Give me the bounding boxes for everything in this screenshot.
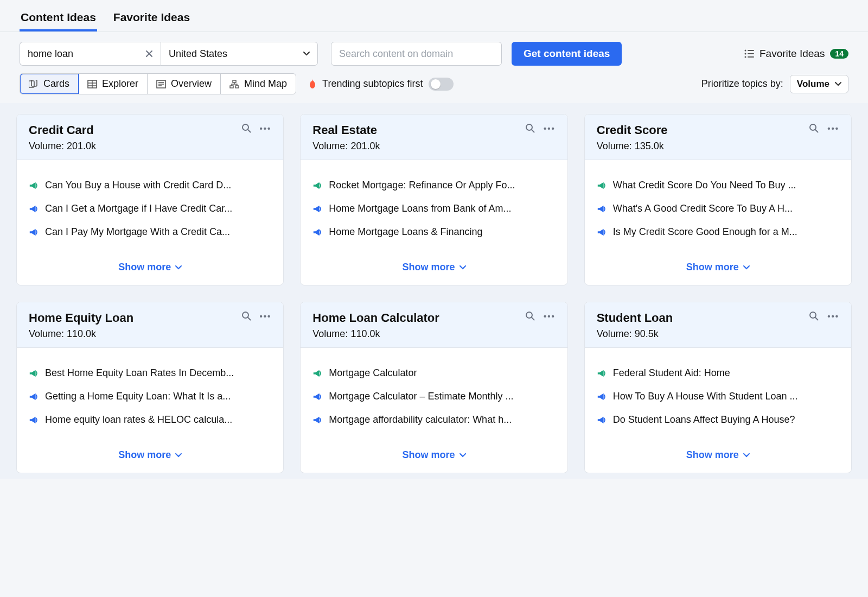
show-more-button[interactable]: Show more [301,442,567,473]
tab-favorite-ideas[interactable]: Favorite Ideas [112,5,191,31]
more-icon[interactable]: ••• [544,312,556,321]
headline-row[interactable]: Home equity loan rates & HELOC calcula..… [29,414,271,425]
country-select[interactable]: United States [161,42,318,66]
view-cards-label: Cards [43,78,69,90]
list-icon [744,49,754,58]
show-more-button[interactable]: Show more [301,254,567,285]
domain-search-input[interactable]: Search content on domain [331,42,502,66]
headline-row[interactable]: What's A Good Credit Score To Buy A H... [597,203,839,214]
topic-card-header: Home Equity LoanVolume: 110.0k••• [17,302,283,348]
headline-row[interactable]: How To Buy A House With Student Loan ... [597,391,839,402]
topic-volume: Volume: 110.0k [29,328,133,340]
domain-placeholder: Search content on domain [339,48,453,60]
headline-row[interactable]: Rocket Mortgage: Refinance Or Apply Fo..… [312,180,555,191]
headline-text: Do Student Loans Affect Buying A House? [613,414,795,425]
view-explorer[interactable]: Explorer [79,74,148,94]
megaphone-icon [312,415,322,425]
headline-row[interactable]: Best Home Equity Loan Rates In Decemb... [29,367,271,379]
chevron-down-icon [743,265,750,270]
topic-volume: Volume: 90.5k [597,328,673,340]
svg-rect-12 [235,86,239,88]
search-icon[interactable] [525,123,535,133]
headline-text: Mortgage Calculator [329,367,417,379]
search-icon[interactable] [525,311,535,321]
prioritize-select[interactable]: Volume [790,75,848,93]
svg-rect-11 [230,86,233,88]
headline-row[interactable]: Mortgage Calculator – Estimate Monthly .… [312,391,555,402]
chevron-down-icon [459,453,466,458]
topic-volume: Volume: 135.0k [597,141,668,152]
headline-text: What's A Good Credit Score To Buy A H... [613,203,793,214]
search-icon[interactable] [241,311,251,321]
megaphone-icon [312,204,322,214]
topic-card-body: What Credit Score Do You Need To Buy ...… [585,160,851,254]
view-overview[interactable]: Overview [148,74,221,94]
topic-title: Real Estate [312,123,380,137]
overview-icon [156,80,166,88]
headline-row[interactable]: Is My Credit Score Good Enough for a M..… [597,226,839,238]
megaphone-icon [312,227,322,237]
megaphone-icon [597,204,607,214]
headline-text: Can I Get a Mortgage if I Have Credit Ca… [45,203,232,214]
headline-row[interactable]: Mortgage Calculator [312,367,555,379]
svg-point-4 [745,56,746,58]
headline-text: Home equity loan rates & HELOC calcula..… [45,414,232,425]
search-icon[interactable] [809,311,819,321]
headline-row[interactable]: Can You Buy a House with Credit Card D..… [29,180,271,191]
topic-volume: Volume: 110.0k [312,328,439,340]
view-toolbar: Cards Explorer Overview Mind Map [0,71,868,103]
keyword-input[interactable]: home loan [20,42,161,66]
search-icon[interactable] [241,123,251,133]
trending-toggle-group: Trending subtopics first [308,78,453,91]
more-icon[interactable]: ••• [544,124,556,133]
show-more-button[interactable]: Show more [585,254,851,285]
favorite-count-badge: 14 [830,49,848,59]
view-switcher: Cards Explorer Overview Mind Map [20,73,296,94]
trending-toggle[interactable] [429,78,454,91]
show-more-button[interactable]: Show more [17,442,283,473]
headline-row[interactable]: Home Mortgage Loans & Financing [312,226,555,238]
favorite-ideas-link[interactable]: Favorite Ideas 14 [744,48,848,60]
show-more-button[interactable]: Show more [17,254,283,285]
topic-card-header: Credit ScoreVolume: 135.0k••• [585,115,851,160]
more-icon[interactable]: ••• [827,312,839,321]
keyword-value: home loan [28,48,73,60]
megaphone-icon [597,181,607,190]
topic-title: Credit Score [597,123,668,137]
more-icon[interactable]: ••• [260,124,272,133]
prioritize-group: Prioritize topics by: Volume [701,75,848,93]
topic-title: Home Loan Calculator [312,311,439,325]
clear-keyword-icon[interactable] [143,50,155,58]
topic-card-body: Mortgage CalculatorMortgage Calculator –… [301,348,567,442]
megaphone-icon [29,415,39,425]
headline-text: Best Home Equity Loan Rates In Decemb... [45,367,234,379]
headline-row[interactable]: Can I Get a Mortgage if I Have Credit Ca… [29,203,271,214]
headline-row[interactable]: Getting a Home Equity Loan: What It Is a… [29,391,271,402]
headline-row[interactable]: Federal Student Aid: Home [597,367,839,379]
search-icon[interactable] [809,123,819,133]
chevron-down-icon [835,82,841,86]
topic-title: Home Equity Loan [29,311,133,325]
headline-row[interactable]: Home Mortgage Loans from Bank of Am... [312,203,555,214]
topic-card-body: Rocket Mortgage: Refinance Or Apply Fo..… [301,160,567,254]
headline-row[interactable]: Can I Pay My Mortgage With a Credit Ca..… [29,226,271,238]
mindmap-icon [229,80,239,88]
table-icon [87,80,97,88]
more-icon[interactable]: ••• [260,312,272,321]
more-icon[interactable]: ••• [827,124,839,133]
headline-row[interactable]: Do Student Loans Affect Buying A House? [597,414,839,425]
view-cards[interactable]: Cards [20,74,79,94]
headline-text: How To Buy A House With Student Loan ... [613,391,798,402]
get-content-ideas-button[interactable]: Get content ideas [512,42,622,66]
topic-cards-grid: Credit CardVolume: 201.0k•••Can You Buy … [0,103,868,479]
chevron-down-icon [459,265,466,270]
headline-row[interactable]: Mortgage affordability calculator: What … [312,414,555,425]
tab-content-ideas[interactable]: Content Ideas [20,5,97,31]
headline-row[interactable]: What Credit Score Do You Need To Buy ... [597,180,839,191]
headline-text: Home Mortgage Loans from Bank of Am... [329,203,511,214]
show-more-button[interactable]: Show more [585,442,851,473]
topic-volume: Volume: 201.0k [312,141,380,152]
megaphone-icon [312,181,322,190]
view-mindmap[interactable]: Mind Map [221,74,296,94]
country-value: United States [169,48,227,60]
